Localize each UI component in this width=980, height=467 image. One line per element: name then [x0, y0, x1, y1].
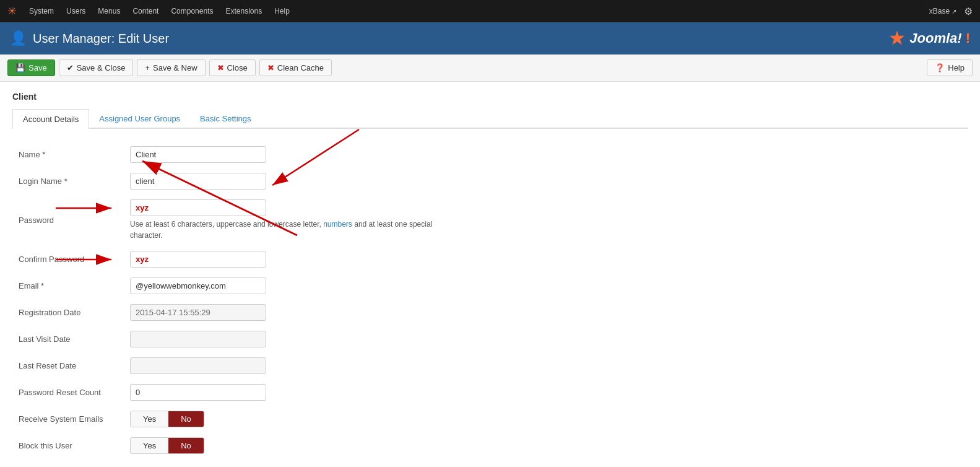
name-input[interactable] [130, 146, 266, 163]
account-details-form: Name * Login Name * [12, 141, 968, 459]
save-close-button[interactable]: ✔ Save & Close [59, 59, 134, 76]
tab-account-details[interactable]: Account Details [12, 109, 89, 129]
joomla-logo-text: Joomla! [909, 30, 961, 46]
tabs-container: Account Details Assigned User Groups Bas… [12, 109, 968, 129]
receive-yes-button[interactable]: Yes [131, 411, 168, 427]
nav-extensions[interactable]: Extensions [225, 7, 262, 15]
plus-icon: + [145, 63, 150, 72]
close-icon: ✖ [217, 63, 224, 72]
last-reset-date-row: Last Reset Date [12, 352, 968, 379]
confirm-password-input[interactable] [130, 251, 266, 268]
email-row: Email * [12, 273, 968, 299]
joomla-logo-icon [888, 30, 906, 47]
password-hint: Use at least 6 characters, uppercase and… [130, 219, 440, 241]
block-user-toggle: Yes No [130, 437, 204, 454]
registration-date-row: Registration Date [12, 299, 968, 326]
registration-date-input [130, 304, 266, 321]
help-icon: ❓ [935, 63, 945, 72]
nav-system[interactable]: System [29, 7, 54, 15]
email-input[interactable] [130, 277, 266, 294]
save-new-button[interactable]: + Save & New [137, 59, 205, 76]
last-reset-date-label: Last Reset Date [12, 352, 124, 379]
page-title: User Manager: Edit User [33, 32, 169, 46]
login-name-label: Login Name * [12, 168, 124, 194]
section-title: Client [12, 92, 968, 102]
last-visit-date-input [130, 331, 266, 347]
last-reset-date-input [130, 357, 266, 374]
block-user-row: Block this User Yes No [12, 432, 968, 459]
block-yes-button[interactable]: Yes [131, 438, 168, 453]
nav-menus[interactable]: Menus [98, 7, 120, 15]
user-manager-icon: 👤 [10, 30, 27, 46]
top-navigation: ✳ System Users Menus Content Components … [0, 0, 980, 22]
password-label: Password [12, 194, 124, 246]
receive-system-emails-label: Receive System Emails [12, 406, 124, 432]
receive-no-button[interactable]: No [168, 411, 204, 427]
password-reset-count-row: Password Reset Count [12, 379, 968, 406]
receive-system-emails-row: Receive System Emails Yes No [12, 406, 968, 432]
nav-components[interactable]: Components [171, 7, 213, 15]
name-row: Name * [12, 141, 968, 168]
save-icon: 💾 [15, 63, 25, 72]
tab-basic-settings[interactable]: Basic Settings [190, 109, 261, 129]
nav-users[interactable]: Users [66, 7, 85, 15]
password-row: Password [12, 194, 968, 246]
header-bar: 👤 User Manager: Edit User Joomla! ! [0, 22, 980, 55]
clean-cache-icon: ✖ [267, 63, 274, 72]
password-input[interactable] [130, 199, 266, 216]
confirm-password-row: Confirm Password [12, 246, 968, 273]
block-user-label: Block this User [12, 432, 124, 459]
password-reset-count-input[interactable] [130, 384, 266, 401]
tab-assigned-user-groups[interactable]: Assigned User Groups [89, 109, 190, 129]
block-no-button[interactable]: No [168, 438, 204, 453]
receive-system-emails-toggle: Yes No [130, 411, 204, 427]
registration-date-label: Registration Date [12, 299, 124, 326]
nav-help[interactable]: Help [274, 7, 290, 15]
main-content: Client Account Details Assigned User Gro… [0, 82, 980, 467]
xbase-link[interactable]: xBase [929, 7, 956, 15]
email-label: Email * [12, 273, 124, 299]
joomla-nav-icon: ✳ [7, 4, 17, 18]
help-button[interactable]: ❓ Help [927, 59, 973, 76]
last-visit-date-label: Last Visit Date [12, 326, 124, 352]
save-button[interactable]: 💾 Save [7, 59, 55, 76]
joomla-exclamation: ! [966, 30, 970, 46]
login-name-input[interactable] [130, 173, 266, 190]
confirm-password-label: Confirm Password [12, 246, 124, 273]
check-icon: ✔ [67, 63, 74, 72]
gear-icon[interactable]: ⚙ [964, 6, 973, 17]
password-reset-count-label: Password Reset Count [12, 379, 124, 406]
name-label: Name * [12, 141, 124, 168]
last-visit-date-row: Last Visit Date [12, 326, 968, 352]
close-button[interactable]: ✖ Close [209, 59, 256, 76]
login-name-row: Login Name * [12, 168, 968, 194]
clean-cache-button[interactable]: ✖ Clean Cache [259, 59, 332, 76]
toolbar: 💾 Save ✔ Save & Close + Save & New ✖ Clo… [0, 55, 980, 82]
nav-content[interactable]: Content [132, 7, 158, 15]
